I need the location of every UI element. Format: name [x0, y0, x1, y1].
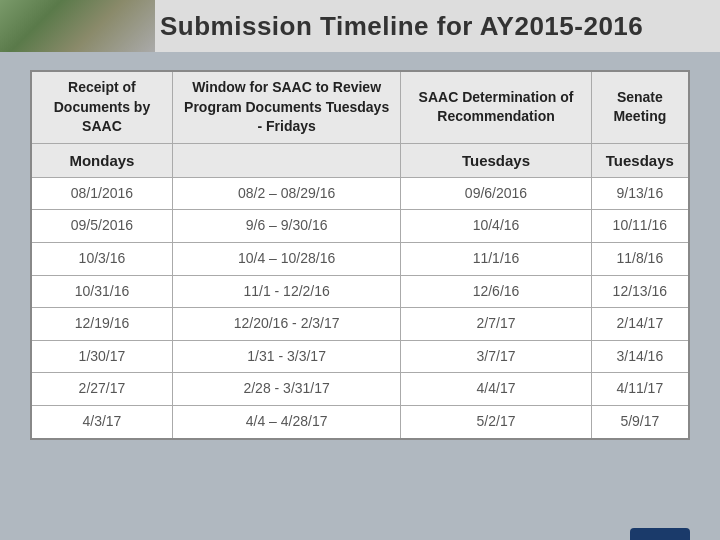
- footer: Submission Timeline currently posted to …: [0, 522, 720, 540]
- table-row: 10/31/16 11/1 - 12/2/16 12/6/16 12/13/16: [31, 275, 689, 308]
- table-row: 4/3/17 4/4 – 4/28/17 5/2/17 5/9/17: [31, 405, 689, 438]
- days-row: Mondays Tuesdays Tuesdays: [31, 143, 689, 177]
- table-row: 12/19/16 12/20/16 - 2/3/17 2/7/17 2/14/1…: [31, 308, 689, 341]
- page-title: Submission Timeline for AY2015-2016: [160, 11, 643, 42]
- table-row: 2/27/17 2/28 - 3/31/17 4/4/17 4/11/17: [31, 373, 689, 406]
- table-row: 10/3/16 10/4 – 10/28/16 11/1/16 11/8/16: [31, 242, 689, 275]
- saac-date: 10/4/16: [401, 210, 591, 243]
- table-row: 08/1/2016 08/2 – 08/29/16 09/6/2016 9/13…: [31, 177, 689, 210]
- saac-date: 2/7/17: [401, 308, 591, 341]
- saac-date: 09/6/2016: [401, 177, 591, 210]
- saac-date: 12/6/16: [401, 275, 591, 308]
- col2-days-cell: [172, 143, 400, 177]
- header: Submission Timeline for AY2015-2016: [0, 0, 720, 52]
- university-logo: AUBURN: [630, 528, 690, 540]
- saac-date: 11/1/16: [401, 242, 591, 275]
- saac-date: 5/2/17: [401, 405, 591, 438]
- window-date: 08/2 – 08/29/16: [172, 177, 400, 210]
- saac-date: 3/7/17: [401, 340, 591, 373]
- col1-header: Receipt of Documents by SAAC: [31, 71, 172, 143]
- building-image: [0, 0, 155, 52]
- senate-date: 9/13/16: [591, 177, 689, 210]
- table-row: 1/30/17 1/31 - 3/3/17 3/7/17 3/14/16: [31, 340, 689, 373]
- senate-date: 11/8/16: [591, 242, 689, 275]
- window-date: 12/20/16 - 2/3/17: [172, 308, 400, 341]
- saac-date: 4/4/17: [401, 373, 591, 406]
- senate-date: 4/11/17: [591, 373, 689, 406]
- window-date: 10/4 – 10/28/16: [172, 242, 400, 275]
- receipt-date: 09/5/2016: [31, 210, 172, 243]
- col4-header: Senate Meeting: [591, 71, 689, 143]
- senate-date: 2/14/17: [591, 308, 689, 341]
- receipt-date: 08/1/2016: [31, 177, 172, 210]
- senate-date: 12/13/16: [591, 275, 689, 308]
- senate-date: 10/11/16: [591, 210, 689, 243]
- receipt-date: 2/27/17: [31, 373, 172, 406]
- window-date: 2/28 - 3/31/17: [172, 373, 400, 406]
- receipt-date: 4/3/17: [31, 405, 172, 438]
- window-date: 4/4 – 4/28/17: [172, 405, 400, 438]
- receipt-date: 12/19/16: [31, 308, 172, 341]
- receipt-date: 1/30/17: [31, 340, 172, 373]
- window-date: 9/6 – 9/30/16: [172, 210, 400, 243]
- senate-date: 5/9/17: [591, 405, 689, 438]
- submission-timeline-table: Receipt of Documents by SAAC Window for …: [30, 70, 690, 440]
- senate-date: 3/14/16: [591, 340, 689, 373]
- col3-tuesdays-cell: Tuesdays: [401, 143, 591, 177]
- table-row: 09/5/2016 9/6 – 9/30/16 10/4/16 10/11/16: [31, 210, 689, 243]
- main-content: Receipt of Documents by SAAC Window for …: [0, 52, 720, 522]
- col4-tuesdays-cell: Tuesdays: [591, 143, 689, 177]
- table-header-row: Receipt of Documents by SAAC Window for …: [31, 71, 689, 143]
- receipt-date: 10/31/16: [31, 275, 172, 308]
- col3-header: SAAC Determination of Recommendation: [401, 71, 591, 143]
- col2-header: Window for SAAC to Review Program Docume…: [172, 71, 400, 143]
- window-date: 1/31 - 3/3/17: [172, 340, 400, 373]
- mondays-cell: Mondays: [31, 143, 172, 177]
- window-date: 11/1 - 12/2/16: [172, 275, 400, 308]
- receipt-date: 10/3/16: [31, 242, 172, 275]
